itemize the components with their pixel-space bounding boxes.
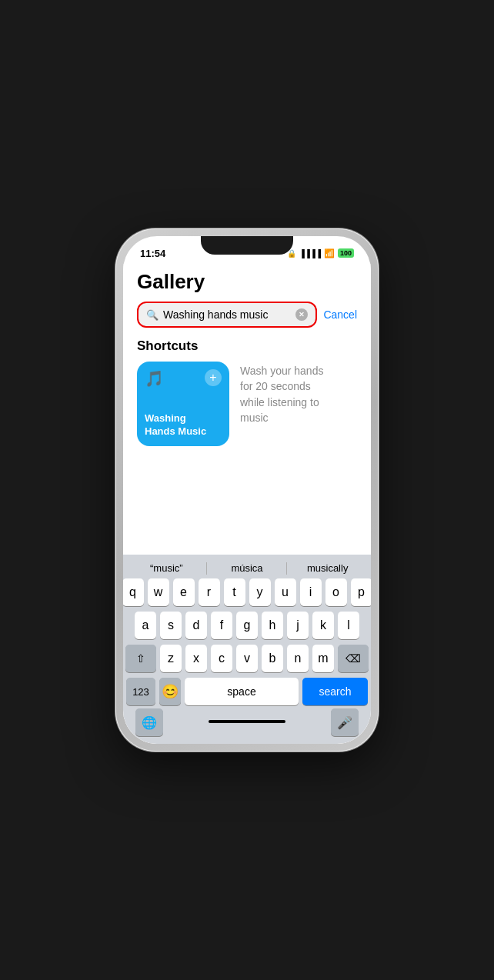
signal-icon: ▐▐▐▐	[299, 249, 321, 258]
key-z[interactable]: z	[160, 645, 182, 672]
screen-content: Gallery 🔍 Washing hands music ✕ Cancel S…	[123, 264, 371, 744]
key-e[interactable]: e	[173, 578, 195, 606]
music-icon: 🎵	[145, 369, 166, 391]
autocorrect-option-1[interactable]: “music”	[126, 562, 207, 574]
key-row-2: a s d f g h j k l	[126, 612, 368, 639]
home-indicator	[209, 720, 285, 723]
status-time: 11:54	[140, 248, 165, 259]
key-r[interactable]: r	[199, 578, 220, 606]
shortcut-card-top: 🎵 +	[145, 369, 222, 391]
shortcut-description: Wash your hands for 20 seconds while lis…	[240, 362, 357, 425]
cancel-button[interactable]: Cancel	[323, 308, 357, 321]
key-h[interactable]: h	[262, 612, 283, 639]
key-x[interactable]: x	[185, 645, 207, 672]
autocorrect-option-3[interactable]: musically	[287, 562, 368, 574]
delete-key[interactable]: ⌫	[338, 645, 369, 672]
page-title: Gallery	[137, 270, 357, 294]
numbers-key[interactable]: 123	[126, 678, 155, 705]
shortcut-row: 🎵 + Washing Hands Music Wash your hands …	[137, 362, 357, 446]
key-p[interactable]: p	[351, 578, 372, 606]
wifi-icon: 📶	[324, 248, 335, 258]
notch	[201, 236, 293, 255]
key-n[interactable]: n	[287, 645, 309, 672]
keyboard-bottom-bar: 🌐 🎤	[126, 705, 368, 741]
shortcuts-section-label: Shortcuts	[137, 338, 357, 354]
autocorrect-bar: “music” música musically	[126, 559, 368, 578]
autocorrect-option-2[interactable]: música	[207, 562, 288, 574]
key-row-4: 123 😊 space search	[126, 678, 368, 705]
search-icon: 🔍	[146, 309, 159, 321]
key-o[interactable]: o	[325, 578, 347, 606]
space-key[interactable]: space	[185, 678, 299, 705]
key-v[interactable]: v	[236, 645, 258, 672]
key-y[interactable]: y	[249, 578, 271, 606]
search-key[interactable]: search	[302, 678, 368, 705]
key-a[interactable]: a	[135, 612, 156, 639]
search-bar[interactable]: 🔍 Washing hands music ✕	[137, 302, 317, 328]
key-c[interactable]: c	[211, 645, 232, 672]
status-icons: 🔒 ▐▐▐▐ 📶 100	[287, 248, 354, 258]
keyboard-rows: q w e r t y u i o p a s	[126, 578, 368, 705]
key-d[interactable]: d	[185, 612, 207, 639]
key-f[interactable]: f	[211, 612, 232, 639]
mic-key[interactable]: 🎤	[331, 708, 359, 736]
key-row-3: ⇧ z x c v b n m ⌫	[126, 645, 368, 672]
key-s[interactable]: s	[160, 612, 182, 639]
emoji-key[interactable]: 😊	[159, 678, 181, 705]
key-j[interactable]: j	[287, 612, 309, 639]
key-b[interactable]: b	[262, 645, 283, 672]
keyboard-area: “music” música musically q w e r t y u	[123, 555, 371, 744]
key-w[interactable]: w	[148, 578, 169, 606]
key-l[interactable]: l	[338, 612, 359, 639]
battery-percentage: 100	[338, 248, 354, 258]
search-clear-button[interactable]: ✕	[295, 308, 308, 321]
key-t[interactable]: t	[224, 578, 245, 606]
shortcut-card-title: Washing Hands Music	[145, 412, 222, 438]
globe-key[interactable]: 🌐	[135, 708, 163, 736]
key-u[interactable]: u	[275, 578, 296, 606]
search-input-value[interactable]: Washing hands music	[163, 308, 291, 321]
key-row-1: q w e r t y u i o p	[126, 578, 368, 606]
phone-frame: 11:54 🔒 ▐▐▐▐ 📶 100 Gallery 🔍 Washing han…	[115, 228, 379, 752]
search-container: 🔍 Washing hands music ✕ Cancel	[137, 302, 357, 328]
phone-screen: 11:54 🔒 ▐▐▐▐ 📶 100 Gallery 🔍 Washing han…	[123, 236, 371, 744]
key-m[interactable]: m	[312, 645, 334, 672]
key-k[interactable]: k	[312, 612, 334, 639]
shortcut-card[interactable]: 🎵 + Washing Hands Music	[137, 362, 229, 446]
key-i[interactable]: i	[300, 578, 322, 606]
key-g[interactable]: g	[236, 612, 258, 639]
add-shortcut-button[interactable]: +	[205, 369, 222, 386]
shift-key[interactable]: ⇧	[125, 645, 156, 672]
app-area: Gallery 🔍 Washing hands music ✕ Cancel S…	[123, 264, 371, 555]
key-q[interactable]: q	[123, 578, 144, 606]
